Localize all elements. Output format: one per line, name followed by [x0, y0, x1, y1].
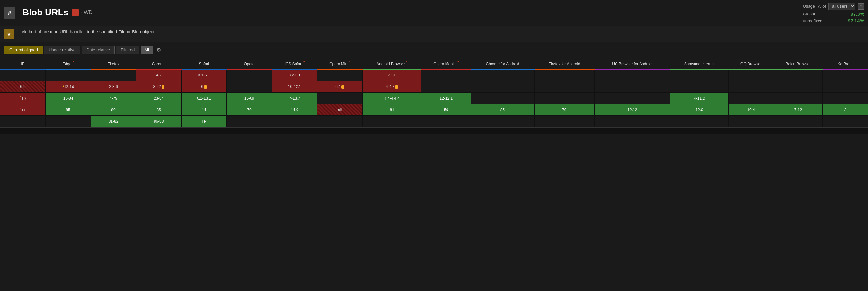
table-row	[471, 69, 534, 81]
table-row	[728, 69, 774, 81]
table-row: 6.1-	[317, 81, 363, 93]
table-row: 10.4	[728, 104, 774, 116]
table-row: 85	[45, 104, 91, 116]
table-row	[728, 93, 774, 104]
table-row	[728, 81, 774, 93]
table-row: 80	[91, 104, 136, 116]
tab-usage-relative[interactable]: Usage relative	[44, 45, 80, 54]
table-row: 112-14	[45, 81, 91, 93]
page-title: Blob URLs	[23, 7, 68, 18]
table-row	[471, 116, 534, 127]
table-row	[823, 116, 868, 127]
table-row: 2	[823, 104, 868, 116]
star-button[interactable]: ★	[4, 29, 14, 39]
col-header-ie: IE	[0, 58, 45, 69]
table-row	[728, 116, 774, 127]
table-row: 12.0	[671, 104, 728, 116]
table-row	[317, 93, 363, 104]
table-row	[471, 81, 534, 93]
table-row	[823, 81, 868, 93]
table-row	[422, 116, 471, 127]
table-row: 14	[182, 104, 227, 116]
tab-filtered[interactable]: Filtered	[116, 45, 140, 54]
col-header-safari: Safari	[182, 58, 227, 69]
usage-panel: Usage % of all users ? Global 97.3% unpr…	[803, 3, 864, 24]
table-row: 7.12	[774, 104, 823, 116]
col-header-firefox-android: Firefox for Android	[534, 58, 594, 69]
table-row	[823, 69, 868, 81]
table-row: 111	[0, 104, 45, 116]
table-row	[317, 69, 363, 81]
table-row: 3.1-5.1	[182, 69, 227, 81]
table-row	[534, 93, 594, 104]
table-row: 81-82	[91, 116, 136, 127]
hash-icon[interactable]: #	[4, 7, 16, 19]
table-row: 6-	[182, 81, 227, 93]
table-row	[45, 69, 91, 81]
table-row	[534, 81, 594, 93]
table-row: 4-7	[136, 69, 182, 81]
table-row	[422, 81, 471, 93]
help-button[interactable]: ?	[858, 3, 864, 10]
table-row: 4-11.2	[671, 93, 728, 104]
col-header-chrome-android: Chrome for Android	[471, 58, 534, 69]
global-label: Global	[803, 11, 815, 17]
table-row: 12.12	[594, 104, 670, 116]
col-header-uc-browser: UC Browser for Android	[594, 58, 670, 69]
description-text: Method of creating URL handles to the sp…	[21, 29, 155, 35]
wd-icon	[72, 9, 79, 16]
table-row: 4-79	[91, 93, 136, 104]
col-header-android-browser: Android Browser *	[363, 58, 422, 69]
table-row: 2.1-3	[363, 69, 422, 81]
tab-all[interactable]: All	[141, 45, 152, 54]
table-row: 79	[534, 104, 594, 116]
table-row	[317, 116, 363, 127]
tab-current-aligned[interactable]: Current aligned	[4, 45, 43, 54]
col-header-firefox: Firefox	[91, 58, 136, 69]
table-row	[594, 69, 670, 81]
table-row	[774, 69, 823, 81]
table-row	[774, 116, 823, 127]
table-row: 86-88	[136, 116, 182, 127]
table-row: 12-12.1	[422, 93, 471, 104]
gear-button[interactable]: ⚙	[154, 45, 163, 55]
table-row	[363, 116, 422, 127]
table-row: TP	[182, 116, 227, 127]
table-row	[534, 69, 594, 81]
wd-badge: - WD	[72, 9, 92, 16]
table-row	[823, 93, 868, 104]
col-header-baidu: Baidu Browser	[774, 58, 823, 69]
table-row: 2-3.6	[91, 81, 136, 93]
table-row: 10-12.1	[272, 81, 317, 93]
bottom-bar	[0, 127, 868, 134]
unprefixed-value: 97.14%	[848, 18, 864, 24]
col-header-opera: Opera	[227, 58, 272, 69]
table-row	[774, 81, 823, 93]
tab-date-relative[interactable]: Date relative	[82, 45, 115, 54]
table-row	[594, 116, 670, 127]
col-header-ios-safari: iOS Safari *	[272, 58, 317, 69]
unprefixed-label: unprefixed:	[803, 18, 823, 23]
table-row: 110	[0, 93, 45, 104]
users-select[interactable]: all users	[829, 3, 855, 10]
global-value: 97.3%	[850, 11, 864, 17]
col-header-qq: QQ Browser	[728, 58, 774, 69]
table-row	[534, 116, 594, 127]
table-row	[471, 93, 534, 104]
col-header-opera-mini: Opera Mini *	[317, 58, 363, 69]
table-row: 4-4.3-	[363, 81, 422, 93]
table-row	[0, 116, 45, 127]
table-row: all	[317, 104, 363, 116]
table-row	[272, 116, 317, 127]
table-row: 85	[136, 104, 182, 116]
table-row	[227, 116, 272, 127]
table-row	[671, 81, 728, 93]
table-row: 4.4-4.4.4	[363, 93, 422, 104]
table-row: 81	[363, 104, 422, 116]
col-header-samsung: Samsung Internet	[671, 58, 728, 69]
table-row	[422, 69, 471, 81]
table-row: 85	[471, 104, 534, 116]
table-row: 15-84	[45, 93, 91, 104]
table-row	[0, 69, 45, 81]
table-row	[594, 93, 670, 104]
